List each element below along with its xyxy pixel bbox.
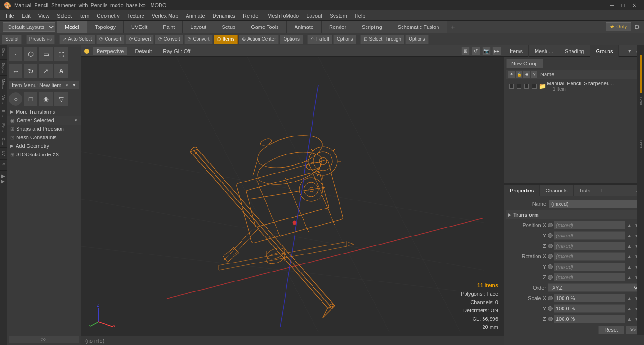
prop-scale-x-input[interactable] xyxy=(554,294,625,302)
prop-order-select[interactable]: XYZ xyxy=(548,283,640,292)
rpanel-tab-mesh[interactable]: Mesh ... xyxy=(529,45,559,57)
tab-paint[interactable]: Paint xyxy=(155,21,183,33)
col-render-icon[interactable]: ◈ xyxy=(523,71,530,78)
strip-expand[interactable]: ▶▶ xyxy=(0,171,7,187)
viewport-undo-button[interactable]: ↺ xyxy=(472,47,480,55)
prop-rotation-x-input[interactable] xyxy=(554,252,625,261)
prop-position-y-dot[interactable] xyxy=(548,233,553,238)
prop-scale-z-input[interactable] xyxy=(554,315,625,323)
add-layout-button[interactable]: + xyxy=(447,21,458,33)
prop-position-x-arrow-up[interactable]: ▲ xyxy=(626,223,633,228)
tool-box[interactable]: □ xyxy=(24,92,38,106)
prop-position-z-arrow-up[interactable]: ▲ xyxy=(626,244,633,249)
tool-circle[interactable]: ○ xyxy=(9,92,23,106)
tool-scale[interactable]: ⤢ xyxy=(39,64,53,78)
col-extra-icon[interactable]: ? xyxy=(531,71,537,78)
select-through-button[interactable]: ⊡ Select Through xyxy=(360,35,404,44)
menu-system[interactable]: System xyxy=(326,12,351,19)
rpanel-tab-groups[interactable]: Groups xyxy=(590,45,619,57)
prop-scale-y-input[interactable] xyxy=(554,304,625,313)
auto-select-button[interactable]: ↗ Auto Select xyxy=(59,35,95,44)
strip-poly[interactable]: Pol... xyxy=(0,120,7,135)
options-button-2[interactable]: Options xyxy=(333,35,356,44)
tab-model[interactable]: Model xyxy=(57,21,87,33)
viewport-fit-button[interactable]: ⊞ xyxy=(461,47,470,55)
prop-scale-z-arrow-up[interactable]: ▲ xyxy=(626,317,633,322)
action-center-button[interactable]: ⊕ Action Center xyxy=(239,35,279,44)
strip-mesh[interactable]: Mes... xyxy=(0,76,7,92)
menu-meshtomodo[interactable]: MeshToModo xyxy=(264,12,303,19)
prop-rotation-x-dot[interactable] xyxy=(548,254,553,259)
viewport-camera-tab[interactable]: Perspective xyxy=(93,47,127,55)
menu-view[interactable]: View xyxy=(35,12,54,19)
viewport-shading-tab[interactable]: Ray GL: Off xyxy=(159,47,194,55)
snaps-precision-section[interactable]: ⊞ Snaps and Precision xyxy=(7,125,81,133)
prop-scale-y-arrow-up[interactable]: ▲ xyxy=(626,306,633,311)
transform-section-header[interactable]: ▶ Transform xyxy=(506,210,642,219)
col-visibility-icon[interactable]: 👁 xyxy=(508,71,515,78)
sculpt-button[interactable]: Sculpt xyxy=(2,35,22,44)
new-group-button[interactable]: New Group xyxy=(506,59,543,68)
menu-vertexmap[interactable]: Vertex Map xyxy=(148,12,182,19)
menu-dynamics[interactable]: Dynamics xyxy=(209,12,239,19)
tab-gametools[interactable]: Game Tools xyxy=(243,21,287,33)
prop-scale-x-arrow-up[interactable]: ▲ xyxy=(626,296,633,301)
prop-name-input[interactable] xyxy=(549,200,640,208)
strip-vertex[interactable]: Ver... xyxy=(0,92,7,107)
strip-deformers[interactable]: De... xyxy=(0,45,7,60)
strip-c[interactable]: C:... xyxy=(0,135,7,148)
viewport-camera-button[interactable]: 📷 xyxy=(482,47,491,55)
options-button-1[interactable]: Options xyxy=(280,35,303,44)
tab-render[interactable]: Render xyxy=(322,21,354,33)
menu-item[interactable]: Item xyxy=(75,12,93,19)
close-button[interactable]: ✕ xyxy=(628,2,640,9)
convert-button-3[interactable]: ⟳ Convert xyxy=(155,35,183,44)
viewport-canvas[interactable]: 11 Items Polygons : Face Channels: 0 Def… xyxy=(81,57,504,336)
maximize-button[interactable]: □ xyxy=(617,2,628,8)
prop-rotation-z-arrow-up[interactable]: ▲ xyxy=(626,275,633,280)
mesh-constraints-item[interactable]: ⊡ Mesh Constraints xyxy=(7,133,81,142)
strip-edge[interactable]: E:... xyxy=(0,107,7,120)
tool-funnel[interactable]: ▽ xyxy=(54,92,68,106)
prop-scale-z-dot[interactable] xyxy=(548,317,553,321)
viewport-more-button[interactable]: ▸▸ xyxy=(492,47,501,55)
menu-select[interactable]: Select xyxy=(53,12,75,19)
tab-setup[interactable]: Setup xyxy=(214,21,243,33)
ppanel-tab-properties[interactable]: Properties xyxy=(504,185,540,196)
menu-geometry[interactable]: Geometry xyxy=(93,12,123,19)
more-button[interactable]: >> xyxy=(9,336,79,343)
group-lock-btn[interactable] xyxy=(516,83,522,90)
options-button-3[interactable]: Options xyxy=(405,35,428,44)
menu-animate[interactable]: Animate xyxy=(182,12,208,19)
viewport-style-tab[interactable]: Default xyxy=(131,47,155,55)
prop-rotation-z-dot[interactable] xyxy=(548,275,553,280)
items-button[interactable]: ⬡ Items xyxy=(214,35,237,44)
prop-position-x-input[interactable] xyxy=(554,221,625,229)
tool-select-point[interactable]: · xyxy=(9,47,23,61)
add-geometry-section[interactable]: ▶ Add Geometry xyxy=(7,142,81,150)
convert-button-1[interactable]: ⟳ Convert xyxy=(96,35,125,44)
prop-position-y-arrow-up[interactable]: ▲ xyxy=(626,233,633,238)
rpanel-tab-items[interactable]: Items xyxy=(504,45,529,57)
tab-schematicfusion[interactable]: Schematic Fusion xyxy=(390,21,447,33)
menu-layout[interactable]: Layout xyxy=(303,12,326,19)
center-selected-item[interactable]: ◉ Center Selected ▾ xyxy=(7,116,81,125)
ppanel-add-button[interactable]: + xyxy=(596,187,608,194)
tab-topology[interactable]: Topology xyxy=(87,21,124,33)
tool-rotate[interactable]: ↻ xyxy=(24,64,38,78)
menu-texture[interactable]: Texture xyxy=(124,12,148,19)
tab-uvedit[interactable]: UVEdit xyxy=(124,21,155,33)
rpanel-tab-shading[interactable]: Shading xyxy=(559,45,590,57)
minimize-button[interactable]: ─ xyxy=(607,2,618,8)
tab-animate[interactable]: Animate xyxy=(287,21,322,33)
tool-move[interactable]: ↔ xyxy=(9,64,23,78)
tool-sphere[interactable]: ◉ xyxy=(39,92,53,106)
tab-scripting[interactable]: Scripting xyxy=(354,21,390,33)
prop-rotation-y-arrow-up[interactable]: ▲ xyxy=(626,264,633,270)
group-render-btn[interactable] xyxy=(523,83,530,90)
prop-position-x-dot[interactable] xyxy=(548,223,553,227)
tool-select-poly[interactable]: ▭ xyxy=(39,47,53,61)
item-menu-dropdown[interactable]: Item Menu: New Item ▾ xyxy=(9,81,79,90)
presets-button[interactable]: Presets F6 xyxy=(26,35,55,44)
prop-scale-y-dot[interactable] xyxy=(548,306,553,311)
